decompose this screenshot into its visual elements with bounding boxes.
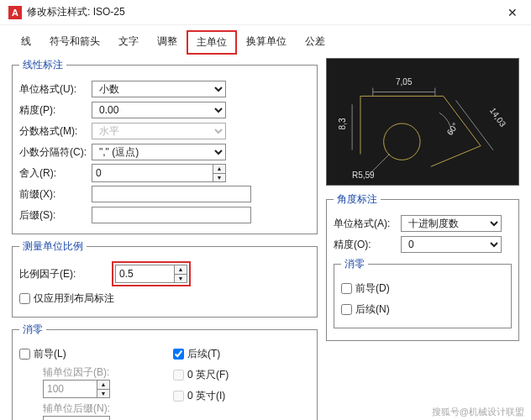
inch-label: 0 英寸(I) [187, 389, 225, 403]
pv-dim-3: R5,59 [352, 171, 375, 180]
dec-sep-select[interactable]: "," (逗点) [92, 144, 226, 160]
precision-select[interactable]: 0.00 [92, 102, 226, 118]
linear-legend: 线性标注 [19, 58, 66, 72]
angle-trail-label: 后续(N) [355, 302, 390, 317]
angle-group: 角度标注 单位格式(A): 十进制度数 精度(O): 0 消零 前导(D) 后续… [326, 192, 519, 341]
angle-precision-label: 精度(O): [334, 238, 401, 252]
trail-check[interactable] [173, 349, 184, 360]
prefix-input[interactable] [92, 186, 251, 202]
svg-line-6 [455, 100, 492, 150]
tab-line[interactable]: 线 [12, 30, 40, 55]
tab-text[interactable]: 文字 [109, 30, 148, 55]
frac-format-select: 水平 [92, 123, 226, 139]
scale-group: 测量单位比例 比例因子(E): ▲▼ 仅应用到布局标注 [12, 239, 318, 318]
dec-sep-label: 小数分隔符(C): [19, 145, 92, 160]
scale-factor-spin[interactable]: ▲▼ [115, 265, 187, 283]
angle-zero-group: 消零 前导(D) 后续(N) [334, 257, 512, 328]
pv-dim-2: 8,3 [338, 118, 347, 130]
scale-legend: 测量单位比例 [19, 239, 87, 254]
sub-factor-spin: ▲▼ [43, 380, 156, 398]
unit-format-select[interactable]: 小数 [92, 81, 226, 97]
round-spin[interactable]: ▲▼ [92, 164, 226, 182]
tab-alt-units[interactable]: 换算单位 [237, 30, 296, 55]
app-icon: A [8, 6, 22, 19]
frac-format-label: 分数格式(M): [19, 124, 92, 139]
watermark: 搜狐号@机械设计联盟 [432, 406, 524, 418]
chevron-up-icon: ▲ [213, 165, 225, 174]
layout-only-label: 仅应用到布局标注 [34, 291, 114, 306]
feet-check [173, 370, 184, 381]
precision-label: 精度(P): [19, 103, 92, 118]
inch-check [173, 391, 184, 402]
scale-highlight: ▲▼ [112, 261, 191, 286]
angle-lead-check[interactable] [341, 283, 352, 294]
chevron-down-icon: ▼ [213, 174, 225, 182]
pv-dim-1: 7,05 [396, 77, 412, 87]
angle-zero-legend: 消零 [341, 257, 368, 271]
sub-factor-label: 辅单位因子(B): [43, 365, 156, 380]
prefix-label: 前缀(X): [19, 187, 92, 202]
zero-left-legend: 消零 [19, 323, 46, 337]
angle-precision-select[interactable]: 0 [401, 236, 502, 253]
sub-suffix-input [43, 416, 110, 420]
layout-only-check[interactable] [19, 293, 30, 304]
lead-check[interactable] [19, 349, 30, 360]
tab-adjust[interactable]: 调整 [148, 30, 187, 55]
lead-label: 前导(L) [34, 347, 66, 361]
zero-left-group: 消零 前导(L) 辅单位因子(B): ▲▼ 辅单位后缀(N): 后续(T) 0 … [12, 323, 318, 420]
linear-group: 线性标注 单位格式(U): 小数 精度(P): 0.00 分数格式(M): 水平… [12, 58, 318, 234]
angle-legend: 角度标注 [334, 192, 381, 207]
suffix-input[interactable] [92, 207, 251, 223]
tab-bar: 线 符号和箭头 文字 调整 主单位 换算单位 公差 [0, 25, 531, 55]
unit-format-label: 单位格式(U): [19, 82, 92, 97]
tab-primary-units[interactable]: 主单位 [187, 30, 237, 55]
angle-trail-check[interactable] [341, 304, 352, 315]
scale-factor-label: 比例因子(E): [19, 267, 112, 281]
sub-suffix-label: 辅单位后缀(N): [43, 402, 156, 416]
trail-label: 后续(T) [187, 347, 220, 361]
window-title: 修改标注样式: ISO-25 [27, 5, 502, 19]
angle-lead-label: 前导(D) [355, 281, 390, 296]
suffix-label: 后缀(S): [19, 208, 92, 223]
feet-label: 0 英尺(F) [187, 368, 229, 382]
close-icon[interactable]: ✕ [502, 6, 523, 19]
preview-pane: 7,05 8,3 R5,59 60° 14,03 [326, 58, 519, 186]
angle-format-label: 单位格式(A): [334, 217, 401, 231]
angle-format-select[interactable]: 十进制度数 [401, 215, 502, 232]
round-label: 舍入(R): [19, 166, 92, 181]
tab-symbols[interactable]: 符号和箭头 [40, 30, 109, 55]
tab-tolerance[interactable]: 公差 [296, 30, 334, 55]
